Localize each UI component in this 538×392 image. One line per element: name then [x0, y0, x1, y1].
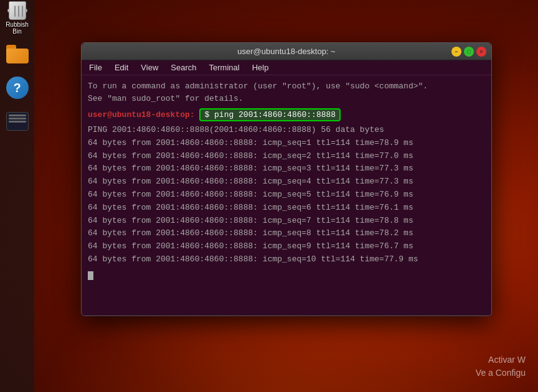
- terminal-command: $ ping 2001:4860:4860::8888: [199, 108, 341, 121]
- menu-search[interactable]: Search: [168, 62, 199, 73]
- ping-line-5: 64 bytes from 2001:4860:4860::8888: icmp…: [88, 189, 485, 202]
- help-icon: ?: [6, 77, 29, 99]
- ping-line-8: 64 bytes from 2001:4860:4860::8888: icmp…: [88, 227, 485, 240]
- rubbish-bin-icon: [6, 6, 29, 20]
- terminal-window: user@ubuntu18-desktop: ~ − □ × File Edit…: [81, 42, 492, 316]
- ping-line-6: 64 bytes from 2001:4860:4860::8888: icmp…: [88, 202, 485, 215]
- taskbar-icon-folder[interactable]: [3, 40, 32, 68]
- ping-line-1: 64 bytes from 2001:4860:4860::8888: icmp…: [88, 137, 485, 150]
- ping-line-2: 64 bytes from 2001:4860:4860::8888: icmp…: [88, 150, 485, 163]
- terminal-separator: [195, 110, 200, 119]
- taskbar-icon-rubbish-bin[interactable]: Rubbish Bin: [3, 6, 32, 35]
- maximize-button[interactable]: □: [464, 47, 474, 57]
- close-button[interactable]: ×: [476, 47, 486, 57]
- minimize-button[interactable]: −: [451, 47, 461, 57]
- terminal-cursor: [88, 271, 93, 280]
- menu-edit[interactable]: Edit: [112, 62, 131, 73]
- folder-icon: [6, 45, 29, 63]
- terminal-cursor-line: [88, 269, 485, 282]
- window-controls: − □ ×: [451, 47, 486, 57]
- taskbar-icon-settings[interactable]: [3, 107, 32, 136]
- settings-icon: [6, 112, 29, 131]
- menu-help[interactable]: Help: [250, 62, 271, 73]
- menu-file[interactable]: File: [87, 62, 105, 73]
- terminal-prompt-line: user@ubuntu18-desktop: $ ping 2001:4860:…: [88, 108, 485, 121]
- watermark-line1: Activar W: [476, 353, 526, 366]
- terminal-intro-line2: See "man sudo_root" for details.: [88, 93, 485, 105]
- rubbish-bin-label: Rubbish Bin: [3, 21, 32, 35]
- taskbar-icon-help[interactable]: ?: [3, 73, 32, 102]
- menu-view[interactable]: View: [138, 62, 161, 73]
- ping-line-4: 64 bytes from 2001:4860:4860::8888: icmp…: [88, 175, 485, 189]
- desktop: Rubbish Bin ? user@ubuntu18-desktop: ~: [0, 0, 538, 392]
- terminal-intro-line1: To run a command as administrator (user …: [88, 80, 485, 93]
- ping-line-10: 64 bytes from 2001:4860:4860::8888: icmp…: [88, 253, 485, 266]
- menu-terminal[interactable]: Terminal: [207, 62, 242, 73]
- terminal-body[interactable]: To run a command as administrator (user …: [82, 75, 491, 315]
- terminal-title: user@ubuntu18-desktop: ~: [237, 47, 335, 56]
- watermark-line2: Ve a Configu: [476, 366, 526, 380]
- taskbar: Rubbish Bin ?: [0, 0, 34, 392]
- terminal-username: user@ubuntu18-desktop:: [88, 110, 195, 119]
- ping-header: PING 2001:4860:4860::8888(2001:4860:4860…: [88, 124, 485, 137]
- ping-line-7: 64 bytes from 2001:4860:4860::8888: icmp…: [88, 215, 485, 228]
- windows-watermark: Activar W Ve a Configu: [476, 353, 526, 380]
- ping-line-3: 64 bytes from 2001:4860:4860::8888: icmp…: [88, 162, 485, 175]
- terminal-titlebar: user@ubuntu18-desktop: ~ − □ ×: [82, 43, 491, 60]
- terminal-menubar: File Edit View Search Terminal Help: [82, 60, 491, 75]
- ping-line-9: 64 bytes from 2001:4860:4860::8888: icmp…: [88, 240, 485, 253]
